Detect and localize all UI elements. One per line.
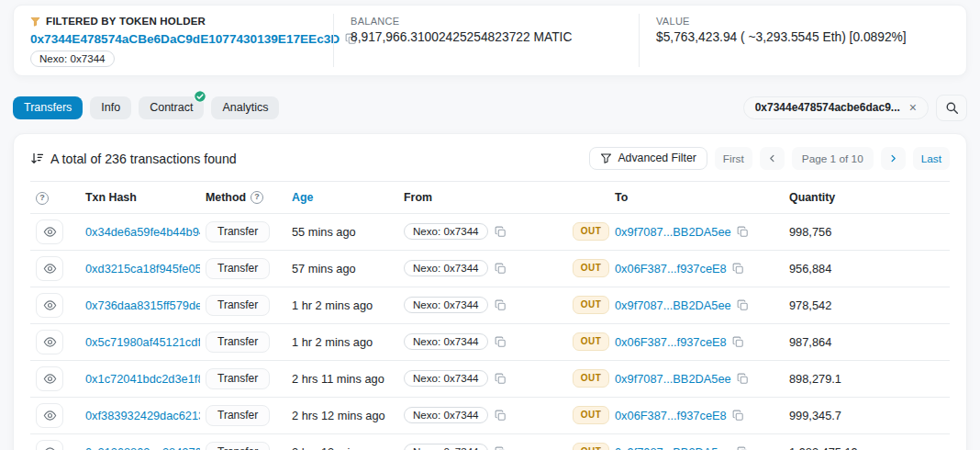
transfer-row: 0xd3215ca18f945fe05... Transfer 57 mins … [30, 250, 950, 287]
transfer-row: 0x34de6a59fe4b44b94... Transfer 55 mins … [30, 213, 950, 250]
from-address-tag[interactable]: Nexo: 0x7344 [404, 444, 488, 450]
copy-to-icon[interactable] [732, 410, 744, 422]
value-section: VALUE $5,763,423.94 ( ~3,293.5545 Eth) [… [639, 14, 966, 67]
txn-hash-link[interactable]: 0xf383932429dac6213... [85, 409, 200, 422]
method-badge[interactable]: Transfer [206, 442, 270, 450]
method-badge[interactable]: Transfer [206, 332, 270, 353]
quantity-value: 956,884 [789, 262, 831, 276]
method-badge[interactable]: Transfer [206, 221, 270, 242]
quantity-value: 978,542 [789, 298, 831, 312]
search-button[interactable] [936, 95, 967, 121]
tab-analytics[interactable]: Analytics [211, 96, 279, 119]
eye-icon [43, 445, 57, 450]
col-header-method: Method [206, 191, 246, 204]
tab-info[interactable]: Info [90, 96, 131, 119]
copy-from-icon[interactable] [495, 226, 507, 238]
txn-hash-link[interactable]: 0x5c71980af45121cdf... [85, 335, 200, 349]
txn-hash-link[interactable]: 0x21368803ac384270... [85, 445, 200, 450]
copy-from-icon[interactable] [495, 373, 507, 385]
summary-text: A total of 236 transactions found [50, 152, 237, 166]
address-name-tag[interactable]: Nexo: 0x7344 [30, 51, 115, 67]
funnel-icon [600, 152, 612, 164]
copy-from-icon[interactable] [495, 299, 507, 311]
to-address-link[interactable]: 0x9f7087...BB2DA5ee [615, 445, 731, 450]
to-address-link[interactable]: 0x9f7087...BB2DA5ee [615, 298, 731, 312]
copy-from-icon[interactable] [495, 446, 507, 450]
from-address-tag[interactable]: Nexo: 0x7344 [404, 260, 488, 276]
advanced-filter-button[interactable]: Advanced Filter [589, 147, 707, 170]
search-term: 0x7344e478574acbe6dac9... [755, 101, 900, 114]
age-text: 57 mins ago [292, 262, 356, 276]
to-address-link[interactable]: 0x9f7087...BB2DA5ee [615, 372, 731, 386]
preview-transaction-button[interactable] [36, 366, 63, 391]
method-badge[interactable]: Transfer [206, 295, 270, 316]
copy-to-icon[interactable] [737, 373, 749, 385]
filtered-by-label: FILTERED BY TOKEN HOLDER [46, 16, 206, 27]
age-text: 2 hrs 13 mins ago [292, 445, 385, 450]
from-address-tag[interactable]: Nexo: 0x7344 [404, 407, 488, 423]
search-filter-chip: 0x7344e478574acbe6dac9... × [743, 96, 929, 119]
pagination-first-button[interactable]: First [715, 147, 752, 170]
txn-hash-link[interactable]: 0x1c72041bdc2d3e1f8... [85, 372, 200, 386]
method-badge[interactable]: Transfer [206, 258, 270, 279]
copy-from-icon[interactable] [495, 336, 507, 348]
pagination-last-button[interactable]: Last [913, 147, 950, 170]
direction-badge: OUT [573, 222, 609, 241]
to-address-link[interactable]: 0x06F387...f937ceE8 [615, 409, 727, 422]
holder-address-link[interactable]: 0x7344E478574aCBe6DaC9dE1077430139E17EEc… [30, 32, 340, 46]
preview-transaction-button[interactable] [36, 330, 63, 354]
copy-to-icon[interactable] [737, 446, 749, 450]
preview-transaction-button[interactable] [36, 440, 63, 450]
preview-transaction-button[interactable] [36, 293, 63, 318]
col-header-age[interactable]: Age [292, 191, 313, 204]
eye-icon [43, 409, 57, 422]
col-header-to: To [609, 182, 784, 214]
from-address-tag[interactable]: Nexo: 0x7344 [404, 333, 488, 350]
col-header-quantity: Quantity [784, 182, 950, 214]
to-address-link[interactable]: 0x9f7087...BB2DA5ee [615, 225, 731, 239]
copy-to-icon[interactable] [737, 299, 749, 311]
age-text: 2 hrs 12 mins ago [292, 409, 385, 422]
balance-label: BALANCE [351, 16, 622, 27]
quantity-value: 1,983,475.19 [789, 445, 858, 450]
copy-from-icon[interactable] [495, 410, 507, 422]
from-address-tag[interactable]: Nexo: 0x7344 [404, 223, 488, 240]
pagination-prev-button[interactable] [760, 147, 785, 170]
copy-to-icon[interactable] [732, 336, 744, 348]
txn-hash-link[interactable]: 0x736daa8315ff579de... [85, 298, 200, 312]
eye-icon [43, 335, 57, 349]
method-badge[interactable]: Transfer [206, 405, 270, 426]
transfer-row: 0x21368803ac384270... Transfer 2 hrs 13 … [30, 433, 950, 450]
pagination-page-indicator: Page 1 of 10 [792, 147, 874, 170]
sort-icon [30, 152, 44, 165]
transfer-row: 0x736daa8315ff579de... Transfer 1 hr 2 m… [30, 287, 950, 323]
preview-transaction-button[interactable] [36, 256, 63, 281]
txn-hash-link[interactable]: 0xd3215ca18f945fe05... [85, 262, 200, 276]
tab-bar: Transfers Info Contract Analytics [13, 96, 279, 119]
to-address-link[interactable]: 0x06F387...f937ceE8 [615, 262, 727, 276]
from-address-tag[interactable]: Nexo: 0x7344 [404, 370, 488, 387]
header-help-icon[interactable]: ? [36, 192, 49, 205]
filtered-by-section: FILTERED BY TOKEN HOLDER 0x7344E478574aC… [14, 14, 333, 67]
tabs-and-search-row: Transfers Info Contract Analytics 0x7344… [13, 95, 967, 121]
preview-transaction-button[interactable] [36, 219, 63, 244]
search-icon [945, 101, 959, 115]
clear-search-icon[interactable]: × [908, 102, 919, 113]
copy-from-icon[interactable] [495, 263, 507, 275]
method-badge[interactable]: Transfer [206, 368, 270, 389]
value-label: VALUE [656, 16, 950, 27]
from-address-tag[interactable]: Nexo: 0x7344 [404, 297, 488, 313]
transfers-panel: A total of 236 transactions found Advanc… [13, 133, 967, 450]
preview-transaction-button[interactable] [36, 403, 63, 428]
pagination-next-button[interactable] [881, 147, 906, 170]
copy-to-icon[interactable] [737, 226, 749, 238]
direction-badge: OUT [573, 369, 609, 388]
method-help-icon[interactable]: ? [251, 191, 263, 204]
tab-transfers[interactable]: Transfers [13, 96, 83, 119]
to-address-link[interactable]: 0x06F387...f937ceE8 [615, 335, 727, 349]
copy-to-icon[interactable] [732, 263, 744, 275]
tab-contract[interactable]: Contract [139, 96, 204, 119]
quantity-value: 999,345.7 [789, 409, 841, 422]
col-header-direction [567, 182, 609, 214]
txn-hash-link[interactable]: 0x34de6a59fe4b44b94... [85, 225, 200, 239]
